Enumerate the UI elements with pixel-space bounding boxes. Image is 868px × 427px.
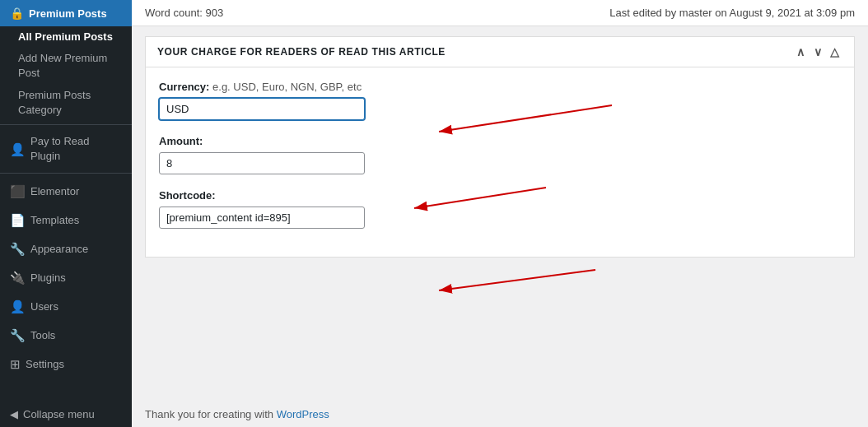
sidebar-item-add-new[interactable]: Add New Premium Post [10,48,132,84]
sidebar-item-settings[interactable]: ⊞ Settings [0,350,132,378]
shortcode-field-group: Shortcode: [159,189,841,229]
sidebar-item-label: Plugins [30,271,66,285]
annotation-arrows [159,81,868,385]
elementor-icon: ⬛ [10,183,26,200]
amount-field-group: Amount: [159,135,841,174]
amount-label: Amount: [159,135,841,147]
word-count: Word count: 903 [145,7,223,19]
panel-body-inner: Currency: e.g. USD, Euro, NGN, GBP, etc … [159,81,841,229]
currency-input[interactable] [159,98,365,120]
appearance-icon: 🔧 [10,240,26,258]
sidebar-divider [0,124,132,125]
lock-icon: 🔒 [10,7,24,20]
collapse-arrow-icon: ◀ [10,408,18,420]
footer-text: Thank you for creating with [145,408,277,420]
sidebar-item-elementor[interactable]: ⬛ Elementor [0,177,132,206]
amount-input[interactable] [159,152,365,174]
plugins-icon: 🔌 [10,269,26,286]
content-area: YOUR CHARGE FOR READERS OF READ THIS ART… [132,26,868,401]
sidebar-header-label: Premium Posts [29,7,107,20]
sidebar-item-label: Appearance [30,242,88,257]
sidebar-item-label: Pay to Read Plugin [30,134,122,164]
shortcode-label: Shortcode: [159,189,841,202]
sidebar-item-users[interactable]: 👤 Users [0,292,132,321]
sidebar-item-category[interactable]: Premium Posts Category [10,85,132,121]
panel-controls: ∧ ∨ △ [794,45,842,58]
panel-body: Currency: e.g. USD, Euro, NGN, GBP, etc … [146,67,854,257]
shortcode-input[interactable] [159,207,365,229]
sidebar-item-label: Tools [30,328,55,343]
currency-label: Currency: e.g. USD, Euro, NGN, GBP, etc [159,81,841,93]
main-content: Word count: 903 Last edited by master on… [132,0,868,427]
sidebar-header[interactable]: 🔒 Premium Posts [0,0,132,26]
sidebar-item-pay-to-read[interactable]: 👤 Pay to Read Plugin [0,128,132,169]
sidebar: 🔒 Premium Posts All Premium Posts Add Ne… [0,0,132,427]
chevron-down-icon[interactable]: ∨ [811,45,825,58]
wordpress-link[interactable]: WordPress [277,408,329,420]
sidebar-divider-2 [0,173,132,174]
wordcount-bar: Word count: 903 Last edited by master on… [132,0,868,26]
sidebar-item-label: Users [30,299,58,314]
sidebar-item-label: Add New Premium Post [18,51,122,81]
chevron-up-icon[interactable]: ∧ [794,45,808,58]
sidebar-item-label: Templates [30,213,79,228]
collapse-label: Collapse menu [23,408,95,420]
charge-panel: YOUR CHARGE FOR READERS OF READ THIS ART… [145,36,855,258]
sidebar-item-label: Premium Posts Category [18,88,122,118]
sidebar-item-label: All Premium Posts [18,30,113,44]
footer: Thank you for creating with WordPress [132,401,868,427]
last-edited: Last edited by master on August 9, 2021 … [609,7,855,19]
user-icon: 👤 [10,141,26,158]
panel-header: YOUR CHARGE FOR READERS OF READ THIS ART… [146,37,854,67]
templates-icon: 📄 [10,211,26,229]
sidebar-submenu: All Premium Posts Add New Premium Post P… [0,26,132,121]
sidebar-item-label: Settings [26,357,64,372]
sidebar-item-templates[interactable]: 📄 Templates [0,206,132,234]
panel-title: YOUR CHARGE FOR READERS OF READ THIS ART… [157,46,446,58]
sidebar-item-appearance[interactable]: 🔧 Appearance [0,234,132,263]
sidebar-item-label: Elementor [30,184,79,199]
collapse-menu-button[interactable]: ◀ Collapse menu [0,401,132,427]
users-icon: 👤 [10,298,26,315]
settings-icon: ⊞ [10,355,21,373]
sidebar-item-plugins[interactable]: 🔌 Plugins [0,263,132,292]
sidebar-item-all-premium-posts[interactable]: All Premium Posts [10,26,132,48]
expand-icon[interactable]: △ [828,45,842,58]
sidebar-item-tools[interactable]: 🔧 Tools [0,321,132,350]
tools-icon: 🔧 [10,327,26,344]
currency-field-group: Currency: e.g. USD, Euro, NGN, GBP, etc [159,81,841,120]
